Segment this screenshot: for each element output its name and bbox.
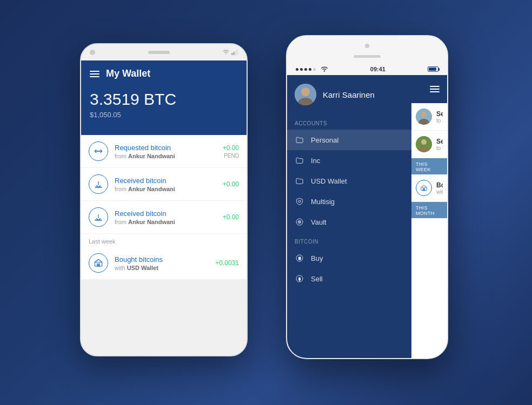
accounts-section-label: ACCOUNTS — [287, 114, 411, 130]
avatar — [295, 84, 316, 105]
sidebar-item-vault[interactable]: Vault — [287, 212, 411, 232]
tx-bank-icon — [89, 253, 108, 273]
right-panel-header — [411, 75, 447, 103]
transaction-item[interactable]: Received bitcoin from Ankur Nandwani +0.… — [81, 168, 247, 201]
iphone-camera — [365, 44, 369, 48]
svg-rect-4 — [237, 50, 238, 55]
sidebar-item-usd-wallet[interactable]: USD Wallet — [287, 171, 411, 191]
right-tx-label: Sent — [436, 138, 443, 145]
transaction-item[interactable]: Requested bitcoin from Ankur Nandwani +0… — [81, 135, 247, 168]
app-header: My Wallet 3.3519 BTC $1,050.05 — [81, 60, 247, 135]
sidebar-item-label: Inc — [311, 157, 320, 165]
svg-rect-29 — [423, 188, 423, 191]
transaction-item[interactable]: Bought bitcoins with USD Wallet +0.0031 — [81, 247, 247, 280]
sidebar-item-label: Sell — [311, 275, 323, 283]
wifi-icon — [223, 50, 229, 55]
hamburger-menu-button[interactable] — [90, 71, 99, 77]
sidebar-item-label: Multisig — [311, 198, 335, 206]
android-top-bar — [81, 44, 247, 60]
iphone-screen: Karri Saarinen ACCOUNTS Personal Inc — [287, 75, 447, 358]
right-tx-info: Boug with C — [436, 181, 443, 195]
iphone-speaker — [354, 55, 381, 58]
right-tx-label: Sent — [436, 110, 443, 118]
tx-download-icon — [89, 174, 108, 194]
vault-icon — [295, 217, 304, 227]
battery-icon — [428, 66, 438, 72]
tx-amount: +0.00 — [223, 213, 239, 221]
tx-download-icon — [89, 207, 108, 227]
right-tx-sub: to New — [436, 145, 443, 151]
right-bought-item[interactable]: Boug with C — [411, 174, 447, 202]
sidebar-user: Karri Saarinen — [287, 75, 411, 114]
sidebar-item-multisig[interactable]: Multisig — [287, 191, 411, 212]
tx-label: Bought bitcoins — [115, 255, 209, 264]
tx-info: Received bitcoin from Ankur Nandwani — [115, 210, 216, 225]
android-camera — [90, 50, 95, 55]
right-panel: Sent to Bria Sent to New THIS WEEK — [411, 75, 447, 358]
sidebar-item-personal[interactable]: Personal — [287, 130, 411, 150]
svg-rect-6 — [95, 220, 102, 220]
tx-sub: from Ankur Nandwani — [115, 153, 216, 159]
tx-info: Requested bitcoin from Ankur Nandwani — [115, 144, 216, 159]
android-phone: My Wallet 3.3519 BTC $1,050.05 — [80, 43, 248, 356]
tx-info: Received bitcoin from Ankur Nandwani — [115, 177, 216, 192]
tx-arrows-icon — [89, 141, 108, 161]
svg-point-14 — [298, 200, 301, 202]
folder-icon — [295, 176, 304, 186]
section-label-last-week: Last week — [81, 234, 247, 247]
android-speaker — [148, 51, 170, 54]
transaction-item[interactable]: Received bitcoin from Ankur Nandwani +0.… — [81, 201, 247, 234]
right-tx-item[interactable]: Sent to New — [411, 131, 447, 158]
user-name: Karri Saarinen — [323, 90, 375, 99]
status-battery — [428, 66, 438, 72]
tx-amount-col: +0.00 — [223, 213, 239, 221]
svg-point-26 — [421, 139, 427, 145]
tx-amount-col: +0.00 PEND — [223, 144, 239, 159]
tx-label: Received bitcoin — [115, 177, 216, 185]
tx-sub: with USD Wallet — [115, 265, 209, 271]
shield-icon — [295, 197, 304, 206]
svg-rect-30 — [424, 188, 425, 191]
signal-icon — [231, 50, 238, 55]
tx-amount-col: +0.00 — [223, 180, 239, 188]
sidebar-item-label: Vault — [311, 218, 327, 226]
sidebar-item-sell[interactable]: $ Sell — [287, 268, 411, 289]
iphone-status-bar: 09:41 — [287, 63, 447, 75]
folder-icon — [295, 156, 304, 165]
tx-sub: from Ankur Nandwani — [115, 219, 216, 225]
iphone-top — [287, 36, 447, 63]
usd-amount: $1,050.05 — [90, 111, 238, 119]
right-tx-info: Sent to Bria — [436, 110, 443, 124]
android-status — [223, 50, 238, 55]
tx-amount: +0.00 — [223, 180, 239, 188]
svg-rect-28 — [421, 187, 427, 191]
svg-text:$: $ — [298, 277, 301, 281]
bank-icon — [416, 180, 432, 196]
iphone-wifi-icon — [321, 66, 328, 72]
svg-point-17 — [299, 221, 300, 222]
tx-label: Requested bitcoin — [115, 144, 216, 152]
sidebar-item-label: Personal — [311, 136, 338, 144]
sidebar-panel: Karri Saarinen ACCOUNTS Personal Inc — [287, 75, 411, 358]
month-label: THIS MONTH — [411, 202, 447, 218]
right-tx-item[interactable]: Sent to Bria — [411, 103, 447, 131]
iphone: 09:41 Karri Saarinen — [286, 35, 448, 359]
sidebar-item-inc[interactable]: Inc — [287, 150, 411, 171]
svg-rect-8 — [97, 264, 98, 267]
svg-rect-1 — [231, 53, 233, 55]
app-title: My Wallet — [106, 68, 150, 79]
tx-info: Bought bitcoins with USD Wallet — [115, 255, 209, 271]
sidebar-item-buy[interactable]: B Buy — [287, 248, 411, 268]
tx-sub: from Ankur Nandwani — [115, 186, 216, 192]
android-screen: My Wallet 3.3519 BTC $1,050.05 — [81, 60, 247, 355]
hamburger-right-button[interactable] — [430, 86, 440, 92]
svg-point-10 — [324, 70, 325, 71]
tx-label: Received bitcoin — [115, 210, 216, 218]
tx-status: PEND — [223, 153, 239, 159]
bitcoin-section-label: BITCOIN — [287, 232, 411, 248]
svg-point-12 — [301, 87, 310, 96]
sidebar-item-label: USD Wallet — [311, 177, 347, 185]
tx-amount-col: +0.0031 — [215, 259, 239, 267]
avatar — [416, 109, 432, 125]
tx-amount: +0.00 — [223, 144, 239, 152]
